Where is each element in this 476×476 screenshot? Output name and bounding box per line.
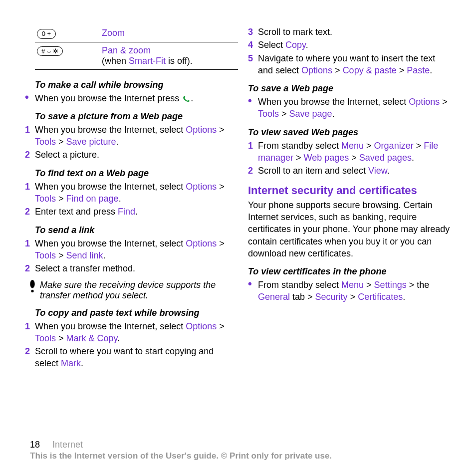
step-body: From standby select Menu > Settings > th… <box>258 279 451 303</box>
options-link: Options <box>186 238 217 248</box>
right-column: 3Scroll to mark text. 4Select Copy. 5Nav… <box>248 25 451 371</box>
step-num: 1 <box>25 238 35 249</box>
step-num: 2 <box>25 206 35 218</box>
options-link: Options <box>186 182 217 192</box>
key-icon-pan: # ⌣ ✲ <box>37 46 63 56</box>
footer-note: This is the Internet version of the User… <box>30 451 451 461</box>
step-body: Navigate to where you want to insert the… <box>258 52 451 77</box>
step-num: 1 <box>248 140 258 152</box>
t: . <box>135 207 138 217</box>
tools-link: Tools <box>35 194 56 204</box>
svg-point-1 <box>31 289 33 292</box>
call-icon <box>182 93 191 103</box>
t: . <box>81 358 83 368</box>
t: . <box>116 137 119 147</box>
step-num: 1 <box>25 320 35 332</box>
t: From standby select <box>258 141 341 151</box>
step-body: When you browse the Internet, select Opt… <box>35 124 228 148</box>
subhead-save-pic: To save a picture from a Web page <box>35 111 228 122</box>
note-box: Make sure the receiving device supports … <box>25 280 228 301</box>
note-text: Make sure the receiving device supports … <box>40 280 228 301</box>
t: . <box>403 292 405 302</box>
t: > <box>364 280 374 290</box>
mark-copy-link: Mark & Copy <box>66 333 118 343</box>
call-post: . <box>191 93 193 103</box>
security-link: Security <box>315 292 348 302</box>
save-picture-link: Save picture <box>66 137 116 147</box>
step-body: Select a transfer method. <box>35 262 228 274</box>
t: . <box>306 40 308 50</box>
t: . <box>332 109 335 119</box>
zoom-link: Zoom <box>102 28 125 38</box>
paste-link: Paste <box>407 65 430 75</box>
t: > <box>56 194 66 204</box>
pan-note-pre: (when <box>102 56 129 66</box>
options-link: Options <box>186 125 217 135</box>
send-link-link: Send link <box>66 250 103 260</box>
step-num: 2 <box>25 345 35 357</box>
subhead-call: To make a call while browsing <box>35 80 228 90</box>
t: When you browse the Internet, select <box>35 125 186 135</box>
t: Enter text and press <box>35 207 118 217</box>
t: . <box>412 153 414 163</box>
tools-link: Tools <box>35 250 56 260</box>
step-body: Select Copy. <box>258 39 451 51</box>
t: > <box>293 153 304 163</box>
copy-link: Copy <box>285 40 306 50</box>
saved-pages-link: Saved pages <box>359 153 412 163</box>
step-body: When you browse the Internet, select Opt… <box>35 238 228 262</box>
page-footer: 18 Internet This is the Internet version… <box>30 440 451 461</box>
smart-fit-link: Smart-Fit <box>129 56 166 66</box>
subhead-copy: To copy and paste text while browsing <box>35 308 228 318</box>
security-para: Your phone supports secure browsing. Cer… <box>248 199 451 259</box>
step-num: 2 <box>25 149 35 161</box>
step-body: Scroll to where you want to start copyin… <box>35 345 228 370</box>
svg-point-0 <box>30 280 34 288</box>
find-on-page-link: Find on page <box>66 194 119 204</box>
key-icon-zoom: 0 + <box>37 29 56 39</box>
general-link: General <box>258 292 290 302</box>
options-link: Options <box>186 321 217 331</box>
t: > <box>440 97 448 107</box>
call-body: When you browse the Internet press . <box>35 92 228 104</box>
t: Select <box>258 40 285 50</box>
t: > <box>56 137 66 147</box>
key-table: 0 + Zoom # ⌣ ✲ Pan & zoom (when Smart-Fi… <box>35 25 238 70</box>
step-body: Select a picture. <box>35 149 228 161</box>
t: > <box>217 238 225 248</box>
subhead-certs: To view certificates in the phone <box>248 266 451 277</box>
subhead-save-page: To save a Web page <box>248 83 451 94</box>
t: > <box>364 141 374 151</box>
menu-link: Menu <box>341 141 364 151</box>
bullet-marker: • <box>248 96 258 106</box>
find-link: Find <box>118 207 135 217</box>
mark-link: Mark <box>61 358 81 368</box>
pan-zoom-link: Pan & zoom <box>102 45 151 55</box>
warning-icon <box>25 280 40 301</box>
t: > <box>56 250 66 260</box>
t: . <box>103 250 106 260</box>
subhead-send-link: To send a link <box>35 225 228 236</box>
certificates-link: Certificates <box>358 292 403 302</box>
step-num: 1 <box>25 124 35 136</box>
t: . <box>117 333 120 343</box>
t: > <box>348 292 358 302</box>
step-body: Enter text and press Find. <box>35 206 228 218</box>
tools-link: Tools <box>35 137 56 147</box>
t: tab > <box>290 292 315 302</box>
t: . <box>387 166 390 176</box>
settings-link: Settings <box>374 280 407 290</box>
step-num: 3 <box>248 26 258 38</box>
t: From standby select <box>258 280 341 290</box>
organizer-link: Organizer <box>374 141 414 151</box>
subhead-view-saved: To view saved Web pages <box>248 127 451 138</box>
step-num: 5 <box>248 52 258 64</box>
step-body: When you browse the Internet, select Opt… <box>35 320 228 345</box>
subhead-find: To find text on a Web page <box>35 168 228 179</box>
t: > <box>332 65 343 75</box>
web-pages-link: Web pages <box>304 153 349 163</box>
copy-paste-link: Copy & paste <box>343 65 397 75</box>
step-body: From standby select Menu > Organizer > F… <box>258 140 451 164</box>
options-link: Options <box>409 97 440 107</box>
heading-security: Internet security and certificates <box>248 184 451 197</box>
